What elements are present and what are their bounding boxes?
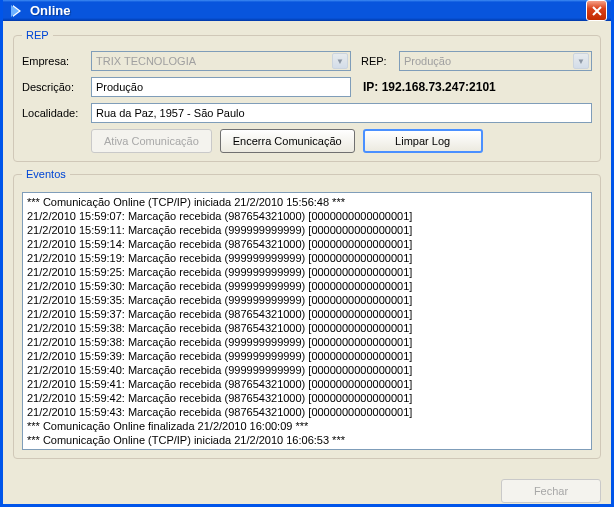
close-button[interactable] (586, 0, 607, 21)
list-item[interactable]: 21/2/2010 15:59:39: Marcação recebida (9… (27, 349, 587, 363)
chevron-down-icon: ▼ (332, 53, 348, 69)
limpar-log-button[interactable]: Limpar Log (363, 129, 483, 153)
list-item[interactable]: 21/2/2010 15:59:41: Marcação recebida (9… (27, 377, 587, 391)
localidade-value: Rua da Paz, 1957 - São Paulo (96, 107, 245, 119)
eventos-group: Eventos *** Comunicação Online (TCP/IP) … (13, 168, 601, 459)
list-item[interactable]: *** Comunicação Online finalizada 21/2/2… (27, 419, 587, 433)
list-item[interactable]: 21/2/2010 15:59:35: Marcação recebida (9… (27, 293, 587, 307)
row-descricao: Descrição: Produção IP: 192.168.73.247:2… (22, 77, 592, 97)
localidade-input[interactable]: Rua da Paz, 1957 - São Paulo (91, 103, 592, 123)
rep-combo: Produção ▼ (399, 51, 592, 71)
list-item[interactable]: 21/2/2010 15:59:19: Marcação recebida (9… (27, 251, 587, 265)
row-localidade: Localidade: Rua da Paz, 1957 - São Paulo (22, 103, 592, 123)
list-item[interactable]: 21/2/2010 15:59:38: Marcação recebida (9… (27, 321, 587, 335)
empresa-combo: TRIX TECNOLOGIA ▼ (91, 51, 351, 71)
list-item[interactable]: 21/2/2010 15:59:43: Marcação recebida (9… (27, 405, 587, 419)
chevron-down-icon: ▼ (573, 53, 589, 69)
eventos-legend: Eventos (22, 168, 70, 180)
list-item[interactable]: *** Comunicação Online (TCP/IP) iniciada… (27, 433, 587, 447)
list-item[interactable]: 21/2/2010 15:59:42: Marcação recebida (9… (27, 391, 587, 405)
app-icon (9, 3, 25, 19)
title-bar[interactable]: Online (3, 0, 611, 21)
descricao-input[interactable]: Produção (91, 77, 351, 97)
row-empresa: Empresa: TRIX TECNOLOGIA ▼ REP: Produção… (22, 51, 592, 71)
button-row: Ativa Comunicação Encerra Comunicação Li… (22, 129, 592, 153)
encerra-comunicacao-button[interactable]: Encerra Comunicação (220, 129, 355, 153)
list-item[interactable]: 21/2/2010 15:59:37: Marcação recebida (9… (27, 307, 587, 321)
label-empresa: Empresa: (22, 55, 85, 67)
empresa-value: TRIX TECNOLOGIA (96, 55, 196, 67)
content-area: REP Empresa: TRIX TECNOLOGIA ▼ REP: Prod… (3, 21, 611, 473)
fechar-button: Fechar (501, 479, 601, 503)
rep-value: Produção (404, 55, 451, 67)
footer: Fechar (3, 473, 611, 507)
list-item[interactable]: 21/2/2010 15:59:25: Marcação recebida (9… (27, 265, 587, 279)
ip-prefix: IP: (363, 80, 378, 94)
list-item[interactable]: 21/2/2010 15:59:07: Marcação recebida (9… (27, 209, 587, 223)
rep-legend: REP (22, 29, 53, 41)
window-frame: Online REP Empresa: TRIX TECNOLOGIA ▼ RE… (0, 0, 614, 507)
label-localidade: Localidade: (22, 107, 85, 119)
ip-value: 192.168.73.247:2101 (382, 80, 496, 94)
window-title: Online (30, 3, 586, 18)
list-item[interactable]: 21/2/2010 15:59:30: Marcação recebida (9… (27, 279, 587, 293)
label-descricao: Descrição: (22, 81, 85, 93)
ip-label: IP: 192.168.73.247:2101 (357, 80, 496, 94)
rep-group: REP Empresa: TRIX TECNOLOGIA ▼ REP: Prod… (13, 29, 601, 162)
label-rep: REP: (357, 55, 393, 67)
descricao-value: Produção (96, 81, 143, 93)
ativa-comunicacao-button: Ativa Comunicação (91, 129, 212, 153)
list-item[interactable]: 21/2/2010 15:59:40: Marcação recebida (9… (27, 363, 587, 377)
list-item[interactable]: 21/2/2010 15:59:14: Marcação recebida (9… (27, 237, 587, 251)
list-item[interactable]: 21/2/2010 15:59:38: Marcação recebida (9… (27, 335, 587, 349)
list-item[interactable]: *** Comunicação Online (TCP/IP) iniciada… (27, 195, 587, 209)
list-item[interactable]: 21/2/2010 15:59:11: Marcação recebida (9… (27, 223, 587, 237)
eventos-listbox[interactable]: *** Comunicação Online (TCP/IP) iniciada… (22, 192, 592, 450)
